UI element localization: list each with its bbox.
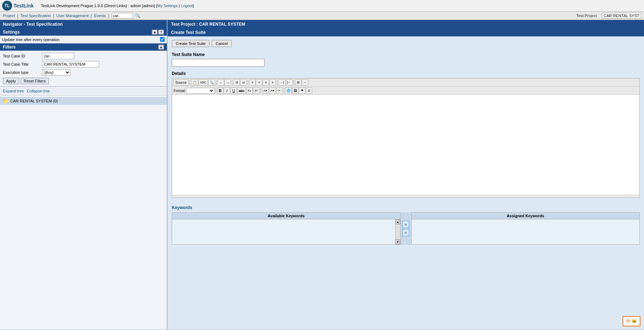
svg-text:TL: TL (5, 3, 10, 8)
test-case-id-input[interactable] (42, 53, 74, 59)
assigned-keywords-list (412, 219, 640, 241)
special-char-btn[interactable]: Ω (306, 87, 312, 94)
undo-btn[interactable]: ← (218, 79, 224, 86)
settings-collapse-btn[interactable]: ▲ (152, 30, 158, 35)
available-keywords-list (172, 219, 400, 241)
header-title: TestLink Development Prague 1.9.6 (Direc… (41, 4, 157, 8)
spellcheck-btn[interactable]: ABC (199, 79, 208, 86)
execution-type-select[interactable]: [Any] Manual Automated (42, 69, 71, 76)
expand-tree-link[interactable]: Expand tree (3, 89, 24, 93)
tb-sep6 (294, 80, 294, 85)
link-btn[interactable]: 🌐 (285, 87, 292, 94)
add-keyword-button[interactable]: » (402, 221, 409, 228)
subscript-button[interactable]: X₂ (246, 87, 253, 94)
bg-color-btn[interactable]: A▾ (269, 87, 276, 94)
nav-project[interactable]: Project (3, 14, 15, 18)
copy-btn[interactable]: 📋 (191, 79, 198, 86)
assigned-keywords-col: Assigned Keywords (411, 212, 640, 245)
logo-text: TestLink (14, 3, 34, 9)
image-btn[interactable]: 🖼 (292, 87, 299, 94)
search-button[interactable]: 🔍 (134, 13, 141, 18)
remove-format-btn[interactable]: ✂ (276, 87, 283, 94)
nav-user-management[interactable]: User Management (56, 14, 89, 18)
tb-sep4 (248, 80, 248, 85)
scroll-down-btn[interactable]: ▼ (395, 239, 400, 244)
create-test-suite-button[interactable]: Create Test Suite (172, 40, 210, 47)
font-color-btn[interactable]: A▾ (262, 87, 269, 94)
settings-label: Settings (3, 30, 20, 35)
folder-icon: 📁 (3, 98, 9, 104)
available-keywords-header: Available Keywords (172, 213, 400, 219)
tree-item-label: CAR RENTAL SYSTEM (0) (10, 99, 58, 103)
execution-type-label: Execution type (3, 70, 42, 75)
filters-label: Filters (3, 45, 16, 50)
nav-sep2: | (53, 13, 54, 18)
my-settings-link[interactable]: My Settings (157, 4, 177, 8)
remove-keyword-button[interactable]: « (402, 229, 409, 236)
watermark: 中·🐱 (623, 316, 640, 326)
tb-sep1 (190, 80, 190, 85)
hr-btn[interactable]: ─ (302, 79, 308, 86)
test-case-title-label: Test Case Title (3, 62, 42, 66)
search-input[interactable] (112, 13, 133, 19)
suite-name-input[interactable] (172, 59, 264, 67)
tb-sep5 (277, 80, 277, 85)
tb-sep8 (261, 88, 261, 93)
watermark-text: 中·🐱 (626, 319, 637, 324)
align-center-btn[interactable]: ≡ (256, 79, 262, 86)
test-project-value: CAR RENTAL SYST (602, 13, 641, 19)
bold-button[interactable]: B (217, 87, 223, 94)
logo-icon: TL (2, 1, 12, 11)
reset-filters-button[interactable]: Reset Filters (21, 78, 49, 84)
logout-link[interactable]: Logout (181, 4, 193, 8)
unordered-list-btn[interactable]: ul (240, 79, 247, 86)
italic-button[interactable]: I (224, 87, 230, 94)
nav-events[interactable]: Events (94, 14, 106, 18)
nav-sep1: | (17, 13, 18, 18)
tree-item[interactable]: 📁 CAR RENTAL SYSTEM (0) (0, 97, 167, 105)
indent-btn[interactable]: →| (278, 79, 285, 86)
tb-sep3 (232, 80, 232, 85)
nav-sep4: | (108, 13, 109, 18)
keywords-middle-controls: » « (401, 212, 411, 245)
scroll-up-btn[interactable]: ▲ (395, 219, 400, 224)
superscript-button[interactable]: X² (253, 87, 259, 94)
filters-collapse-btn[interactable]: ▲ (158, 45, 164, 50)
apply-button[interactable]: Apply (3, 78, 19, 84)
update-tree-label: Update tree after every operation (2, 37, 158, 42)
header-sep: | (179, 4, 180, 8)
align-left-btn[interactable]: ≡ (249, 79, 256, 86)
source-button[interactable]: Source (174, 79, 189, 86)
navigator-header: Navigator - Test Specification (0, 20, 167, 29)
logo-area: TL TestLink (2, 1, 34, 11)
details-label: Details (172, 71, 640, 76)
suite-name-label: Test Suite Name (172, 52, 640, 57)
find-btn[interactable]: 🔍 (208, 79, 215, 86)
format-label: Format (174, 89, 185, 93)
underline-button[interactable]: U (231, 87, 237, 94)
outdent-btn[interactable]: |← (286, 79, 293, 86)
settings-help-btn[interactable]: ? (158, 30, 164, 35)
nav-sep3: | (91, 13, 92, 18)
available-keywords-scrollbar[interactable]: ▲ ▼ (395, 219, 400, 244)
available-keywords-col: Available Keywords ▲ ▼ (172, 212, 401, 245)
update-tree-checkbox[interactable] (160, 37, 165, 42)
align-right-btn[interactable]: ≡ (263, 79, 269, 86)
keywords-label: Keywords (172, 205, 640, 210)
redo-btn[interactable]: → (225, 79, 231, 86)
create-suite-header: Create Test Suite (168, 29, 644, 36)
test-project-label: Test Project (576, 14, 597, 18)
table-btn[interactable]: ⊞ (295, 79, 302, 86)
tb-sep9 (284, 88, 284, 93)
header-bracket: ] (193, 4, 194, 8)
strikethrough-button[interactable]: abc (237, 87, 246, 94)
editor-body[interactable] (172, 95, 639, 195)
test-case-title-input[interactable] (42, 61, 99, 67)
cancel-button[interactable]: Cancel (212, 40, 232, 47)
nav-test-specification[interactable]: Test Specification (20, 14, 51, 18)
ordered-list-btn[interactable]: ol (233, 79, 240, 86)
flash-btn[interactable]: ⚑ (299, 87, 305, 94)
collapse-tree-link[interactable]: Collapse tree (27, 89, 50, 93)
align-justify-btn[interactable]: ≡ (269, 79, 276, 86)
format-select[interactable]: Paragraph Heading 1 Heading 2 (186, 88, 215, 94)
